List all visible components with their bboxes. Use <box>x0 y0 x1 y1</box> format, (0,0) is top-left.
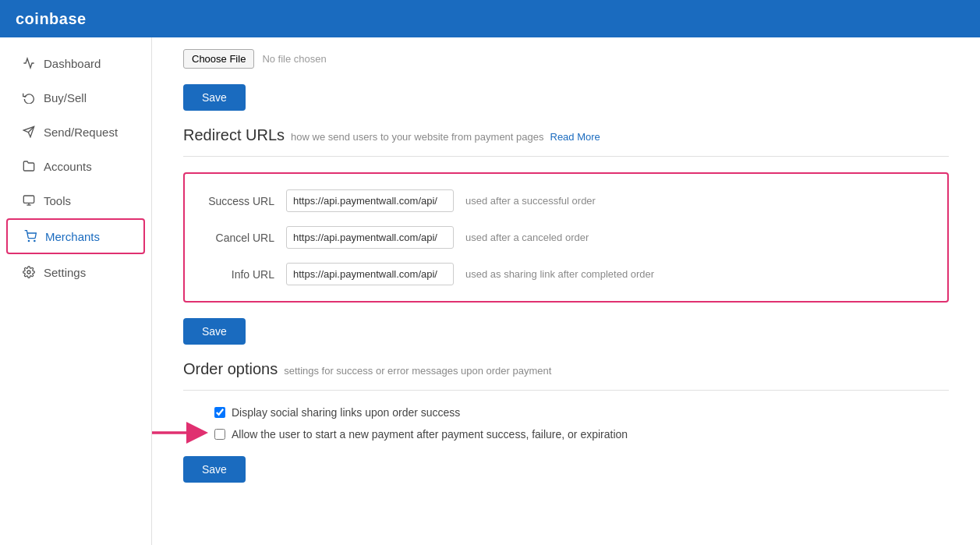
cancel-url-row: Cancel URL used after a canceled order <box>204 226 928 249</box>
sidebar-item-sendrequest[interactable]: Send/Request <box>6 115 145 148</box>
sidebar-label-buysell: Buy/Sell <box>44 91 87 104</box>
header: coinbase <box>0 0 980 37</box>
content-area: Choose File No file chosen Save Redirect… <box>152 37 980 545</box>
redirect-divider <box>183 156 949 157</box>
redirect-title: Redirect URLs <box>183 126 285 144</box>
send-icon <box>22 125 36 139</box>
info-url-hint: used as sharing link after completed ord… <box>465 268 654 280</box>
social-sharing-checkbox[interactable] <box>214 407 225 418</box>
order-options-title: Order options <box>183 360 278 378</box>
refresh-icon <box>22 90 36 104</box>
new-payment-checkbox[interactable] <box>214 429 225 440</box>
activity-icon <box>22 56 36 70</box>
cancel-url-hint: used after a canceled order <box>465 232 589 243</box>
no-file-text: No file chosen <box>262 53 326 65</box>
sidebar-label-dashboard: Dashboard <box>44 57 101 70</box>
choose-file-button[interactable]: Choose File <box>183 49 254 69</box>
sidebar-item-dashboard[interactable]: Dashboard <box>6 47 145 80</box>
redirect-section-heading: Redirect URLs how we send users to your … <box>183 126 949 144</box>
svg-point-6 <box>34 240 35 241</box>
order-options-subtitle: settings for success or error messages u… <box>284 365 551 377</box>
sidebar-label-sendrequest: Send/Request <box>44 126 118 139</box>
success-url-row: Success URL used after a successful orde… <box>204 189 928 212</box>
read-more-link[interactable]: Read More <box>550 131 600 143</box>
sidebar-item-settings[interactable]: Settings <box>6 256 145 288</box>
success-url-label: Success URL <box>204 195 274 207</box>
tools-icon <box>22 193 36 207</box>
sidebar-label-merchants: Merchants <box>45 230 100 243</box>
sidebar-item-tools[interactable]: Tools <box>6 184 145 217</box>
sidebar-item-accounts[interactable]: Accounts <box>6 150 145 182</box>
info-url-row: Info URL used as sharing link after comp… <box>204 263 928 285</box>
sidebar-label-settings: Settings <box>44 266 86 279</box>
cart-icon <box>23 229 37 243</box>
social-sharing-label: Display social sharing links upon order … <box>232 406 460 419</box>
sidebar-label-accounts: Accounts <box>44 160 92 173</box>
save-button-2[interactable]: Save <box>183 318 246 345</box>
arrow-icon <box>152 422 211 444</box>
success-url-input[interactable] <box>286 189 454 212</box>
cancel-url-label: Cancel URL <box>204 232 274 244</box>
cancel-url-input[interactable] <box>286 226 454 249</box>
new-payment-label: Allow the user to start a new payment af… <box>232 428 628 441</box>
redirect-subtitle: how we send users to your website from p… <box>291 131 543 143</box>
sidebar-item-buysell[interactable]: Buy/Sell <box>6 81 145 114</box>
svg-rect-2 <box>23 196 34 203</box>
svg-point-7 <box>27 271 30 274</box>
new-payment-row: Allow the user to start a new payment af… <box>214 428 949 441</box>
file-chooser-row: Choose File No file chosen <box>183 37 949 84</box>
arrow-annotation <box>152 422 211 447</box>
order-options-divider <box>183 390 949 391</box>
order-options-heading: Order options settings for success or er… <box>183 360 949 378</box>
folder-icon <box>22 159 36 173</box>
info-url-label: Info URL <box>204 268 274 281</box>
save-button-1[interactable]: Save <box>183 84 246 111</box>
gear-icon <box>22 265 36 279</box>
info-url-input[interactable] <box>286 263 454 285</box>
logo: coinbase <box>16 10 87 28</box>
social-sharing-row: Display social sharing links upon order … <box>214 406 949 419</box>
main-layout: Dashboard Buy/Sell Send/Request <box>0 37 980 545</box>
svg-point-5 <box>28 240 29 241</box>
save-button-3[interactable]: Save <box>183 456 246 483</box>
sidebar-label-tools: Tools <box>44 194 71 207</box>
sidebar-item-merchants[interactable]: Merchants <box>6 218 145 254</box>
success-url-hint: used after a successful order <box>465 195 596 207</box>
order-options-section: Order options settings for success or er… <box>183 360 949 483</box>
sidebar: Dashboard Buy/Sell Send/Request <box>0 37 152 545</box>
redirect-urls-box: Success URL used after a successful orde… <box>183 172 949 303</box>
